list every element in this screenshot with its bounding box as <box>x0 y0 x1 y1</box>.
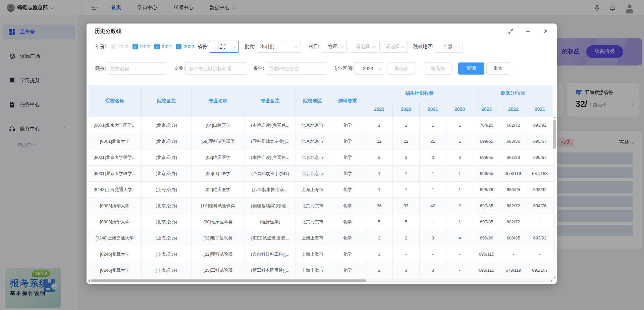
search-button[interactable]: 查询 <box>458 62 484 75</box>
cell-score-2022: 682/72 <box>500 198 527 214</box>
scroll-left-arrow[interactable] <box>88 279 90 282</box>
cell-major-note: (含自科技科工科)(... <box>245 246 296 262</box>
subject-label: 科目: <box>309 44 319 50</box>
cell-plan-2020: 3 <box>446 149 473 166</box>
cell-plan-2023: 1 <box>366 166 393 182</box>
scores-table: 院校名称 院校备注 专业名称 专业备注 院校地区 选科要求 招生计划数量 最低分… <box>88 85 553 278</box>
remark-input[interactable] <box>266 62 327 75</box>
cell-score-2021: 687/188 <box>527 166 553 182</box>
year-checkbox-2022[interactable]: ✓ 2022 <box>132 44 150 49</box>
cell-plan-2020: 1 <box>446 214 473 230</box>
vertical-scrollbar[interactable] <box>553 118 556 277</box>
subject-select-2[interactable]: 请选择 <box>350 41 378 53</box>
col-plan-2020: 2020 <box>446 101 473 117</box>
horizontal-scroll-thumb[interactable] <box>91 279 366 282</box>
cell-score-2021: 695/67 <box>527 149 553 166</box>
table-row[interactable]: [9248]上海交通大学... (上海,公办) [02]临床医学 (八年制本博连… <box>88 182 553 198</box>
cell-college-note: (北京,公办) <box>142 117 192 133</box>
cell-subjects: 化学 <box>329 214 366 230</box>
cell-score-2022: 678/119 <box>500 166 527 182</box>
subject-select[interactable]: 物理 <box>321 41 347 53</box>
cell-plan-2022: 1 <box>393 166 420 182</box>
province-label: 省份: <box>198 44 209 50</box>
cell-plan-2021: 1 <box>420 166 446 182</box>
cell-plan-2021: 3 <box>420 230 446 246</box>
region-select[interactable]: 全部 <box>435 41 463 53</box>
scroll-right-arrow[interactable] <box>551 279 552 282</box>
cell-major-note: (本博连读)(色盲色... <box>245 117 296 133</box>
table-row[interactable]: [0003]清华大学 (北京,公办) [1A]理科试验班类 (物理基础类)(物理… <box>88 198 553 214</box>
cell-major-note: (本博连读)(色盲色... <box>245 149 296 166</box>
history-scores-modal: 历史分数线 × 年份: ✓ 2023 ✓ 2022 ✓ 2021 <box>87 24 557 284</box>
table-row[interactable]: [0246]复旦大学 (上海,公办) [22]理科试验班 (含自科技科工科)(.… <box>88 246 553 262</box>
cell-major: [1A]理科试验班类 <box>192 198 245 214</box>
expand-icon[interactable] <box>508 28 514 34</box>
subject-select-3[interactable]: 请选择 <box>379 41 408 53</box>
cell-score-2023: 695/115 <box>473 246 500 262</box>
cell-plan-2020: 4 <box>446 230 473 246</box>
table-row[interactable]: [0246]复旦大学 (上海,公办) [25]工科试验班 (新工科本研贯通)(.… <box>88 262 553 278</box>
max-score-input[interactable] <box>425 62 451 75</box>
year-checkbox-2020[interactable]: ✓ 2020 <box>176 44 194 49</box>
chevron-down-icon <box>232 44 236 48</box>
cell-college-note: (北京,公办) <box>142 149 192 166</box>
major-input[interactable] <box>185 62 247 75</box>
close-icon[interactable]: × <box>543 28 549 34</box>
cell-plan-2023: 5 <box>366 214 393 230</box>
cell-plan-2021: - <box>420 214 446 230</box>
cell-plan-2021: 21 <box>420 133 446 149</box>
vertical-scroll-thumb[interactable] <box>553 120 556 149</box>
reset-button[interactable]: 重置 <box>486 62 510 75</box>
min-score-input[interactable] <box>388 62 415 75</box>
col-major: 专业名称 <box>192 85 245 117</box>
college-input[interactable] <box>107 62 167 75</box>
cell-plan-2022: 3 <box>393 262 420 278</box>
table-body: [9001]北京大学医学... (北京,公办) [04]口腔医学 (本博连读)(… <box>88 117 553 278</box>
chevron-down-icon <box>457 44 460 48</box>
cell-major-note: (IEEE试点班,含双... <box>245 230 296 246</box>
cell-region: 上海上海市 <box>296 182 329 198</box>
cell-score-2021: 695/67 <box>527 133 553 149</box>
horizontal-scrollbar[interactable] <box>88 279 553 283</box>
col-plan-2023: 2023 <box>366 101 393 117</box>
cell-plan-2022: 2 <box>393 230 420 246</box>
cell-region: 北京北京市 <box>296 149 329 166</box>
cell-score-2022: 678/119 <box>500 262 527 278</box>
cell-college-note: (北京,公办) <box>142 198 192 214</box>
table-row[interactable]: [9001]北京大学医学... (北京,公办) [02]临床医学 (本博连读)(… <box>88 149 553 166</box>
province-select[interactable]: 辽宁 <box>209 41 239 53</box>
checkbox-check-icon: ✓ <box>132 44 138 49</box>
table-row[interactable]: [0248]上海交通大学 (上海,公办) [02]电子信息类 (IEEE试点班,… <box>88 230 553 246</box>
col-college-note: 院校备注 <box>142 85 192 117</box>
cell-plan-2022: 37 <box>393 198 420 214</box>
modal-header: 历史分数线 × <box>87 24 557 39</box>
cell-plan-2023: 2 <box>366 262 393 278</box>
cell-score-2023: 704/25 <box>473 117 500 133</box>
scroll-down-arrow[interactable] <box>553 277 556 278</box>
col-subjects: 选科要求 <box>329 85 366 117</box>
year-checkbox-2023[interactable]: ✓ 2023 <box>111 44 128 49</box>
batch-select[interactable]: 本科批 <box>257 41 301 53</box>
range-year-select[interactable]: 2023 <box>355 62 384 75</box>
cell-plan-2022: - <box>393 246 420 262</box>
table-row[interactable]: [0001]北京大学 (北京,公办) [58]理科试验班类 (理科基础类专业)(… <box>88 133 553 149</box>
minimize-icon[interactable] <box>525 28 531 34</box>
table-row[interactable]: [0003]清华大学 (北京,公办) [20]临床医学类 (临床医学) 北京北京… <box>88 214 553 230</box>
year-checkbox-2021[interactable]: ✓ 2021 <box>154 44 172 49</box>
cell-plan-2022: 1 <box>393 182 420 198</box>
table-row[interactable]: [9001]北京大学医学... (北京,公办) [05]口腔医学 (色盲色弱不予… <box>88 166 553 182</box>
table-row[interactable]: [9001]北京大学医学... (北京,公办) [04]口腔医学 (本博连读)(… <box>88 117 553 133</box>
cell-subjects: 化学 <box>329 262 366 278</box>
col-plan-2022: 2022 <box>393 101 420 117</box>
cell-major-note: (新工科本研贯通)(... <box>245 262 296 278</box>
cell-score-2022: 682/72 <box>500 214 527 230</box>
cell-score-2023: 699/65 <box>473 166 500 182</box>
cell-major: [22]理科试验班 <box>192 246 245 262</box>
cell-plan-2020: 2 <box>446 198 473 214</box>
col-region: 院校地区 <box>296 85 329 117</box>
scroll-up-arrow[interactable] <box>553 117 556 118</box>
cell-score-2021: 693/92 <box>527 117 553 133</box>
cell-score-2023: 697/85 <box>473 214 500 230</box>
region-label: 院校地区: <box>413 44 433 50</box>
col-college: 院校名称 <box>88 85 142 117</box>
